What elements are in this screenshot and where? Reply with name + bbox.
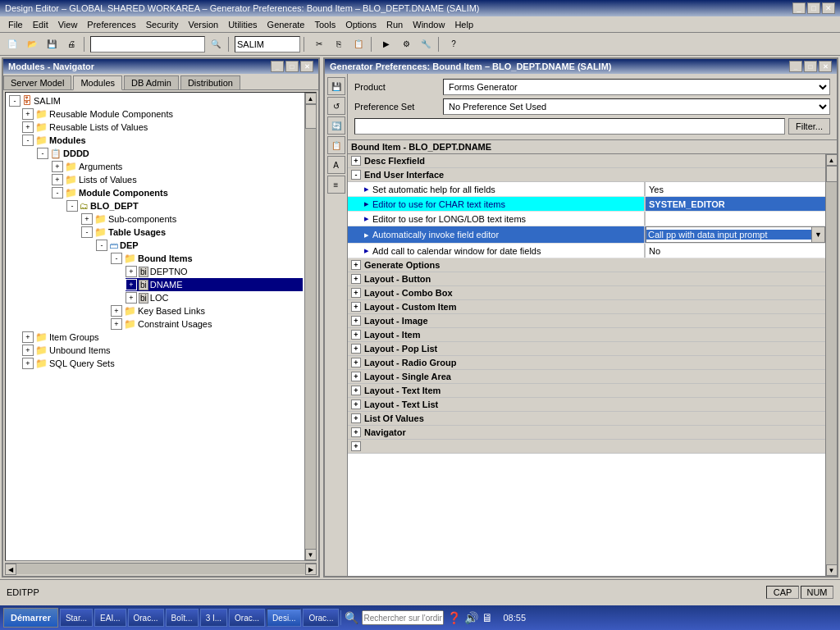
dep-expander[interactable]: - xyxy=(96,240,107,251)
section-expander[interactable]: + xyxy=(351,316,361,326)
side-btn-3[interactable]: 🔄 xyxy=(327,116,345,135)
side-btn-1[interactable]: 💾 xyxy=(327,77,345,95)
scrollbar-thumb[interactable] xyxy=(305,104,317,129)
tree-h-scrollbar[interactable]: ◀ ▶ xyxy=(5,563,317,574)
list-item[interactable]: + 📁 Lists of Values xyxy=(52,173,303,186)
menu-preferences[interactable]: Preferences xyxy=(82,18,140,31)
pref-value[interactable]: Yes xyxy=(645,182,825,196)
menu-security[interactable]: Security xyxy=(141,18,184,31)
side-btn-4[interactable]: 📋 xyxy=(327,136,345,154)
search-button[interactable]: 🔍 xyxy=(207,35,225,53)
section-expander[interactable]: + xyxy=(351,288,361,298)
list-item[interactable]: - 📁 Bound Items xyxy=(111,252,303,265)
menu-tools[interactable]: Tools xyxy=(309,18,340,31)
section-expander[interactable]: + xyxy=(351,413,361,423)
section-expander[interactable]: + xyxy=(351,274,361,284)
list-item[interactable]: - 🗂 BLO_DEPT xyxy=(66,199,303,212)
section-expander[interactable]: + xyxy=(351,302,361,312)
list-item[interactable]: - 🗃 DEP xyxy=(96,239,303,252)
cut-button[interactable]: ✂ xyxy=(310,35,328,53)
help-button[interactable]: ? xyxy=(445,35,463,53)
run-button[interactable]: ▶ xyxy=(377,35,395,53)
root-expander[interactable]: - xyxy=(9,95,21,107)
left-panel-minimize[interactable]: _ xyxy=(271,61,284,72)
section-expander[interactable]: + xyxy=(351,441,361,451)
list-item[interactable]: + 📁 Key Based Links xyxy=(111,304,303,317)
dname-expander[interactable]: + xyxy=(126,279,137,290)
menu-edit[interactable]: Edit xyxy=(28,18,53,31)
rlov-expander[interactable]: + xyxy=(22,121,34,133)
right-panel-close[interactable]: ✕ xyxy=(819,61,832,72)
generate-button[interactable]: 🔧 xyxy=(417,35,435,53)
list-item[interactable]: + 📁 Sub-components xyxy=(81,212,303,226)
section-expander[interactable]: + xyxy=(351,156,361,166)
menu-help[interactable]: Help xyxy=(450,18,478,31)
username-input[interactable] xyxy=(235,36,300,52)
left-panel-close[interactable]: ✕ xyxy=(300,61,313,72)
tu-expander[interactable]: - xyxy=(81,226,93,238)
right-panel-minimize[interactable]: _ xyxy=(789,61,802,72)
modules-expander[interactable]: - xyxy=(22,135,34,146)
scrollbar-up[interactable]: ▲ xyxy=(305,93,317,104)
side-btn-6[interactable]: ≡ xyxy=(327,176,345,194)
rmc-expander[interactable]: + xyxy=(22,108,34,120)
product-select[interactable]: Forms Generator xyxy=(443,79,830,95)
deptno-expander[interactable]: + xyxy=(126,266,137,277)
toolbar-search-input[interactable] xyxy=(90,36,205,52)
section-expander[interactable]: + xyxy=(351,358,361,368)
list-item[interactable]: + bi DNAME xyxy=(126,278,303,291)
menu-window[interactable]: Window xyxy=(408,18,450,31)
menu-options[interactable]: Options xyxy=(340,18,381,31)
menu-generate[interactable]: Generate xyxy=(262,18,310,31)
section-expander[interactable]: + xyxy=(351,399,361,409)
scrollbar-right[interactable]: ▶ xyxy=(305,564,317,575)
tab-db-admin[interactable]: DB Admin xyxy=(124,75,179,89)
prefs-scroll-down[interactable]: ▼ xyxy=(826,564,838,576)
list-item[interactable]: + bi DEPTNO xyxy=(126,265,303,278)
list-item[interactable]: + 📁 Constraint Usages xyxy=(111,317,303,331)
minimize-button[interactable]: _ xyxy=(792,2,806,14)
new-button[interactable]: 📄 xyxy=(3,35,21,53)
pref-value[interactable] xyxy=(645,212,825,226)
tree-scrollbar[interactable]: ▲ ▼ xyxy=(304,93,316,560)
tab-modules[interactable]: Modules xyxy=(73,75,122,90)
close-button[interactable]: ✕ xyxy=(822,2,835,14)
pref-value[interactable]: No xyxy=(645,244,825,258)
sub-expander[interactable]: + xyxy=(81,213,93,225)
pref-value[interactable]: SYSTEM_EDITOR xyxy=(645,197,825,211)
list-item[interactable]: + 📁 Arguments xyxy=(52,160,303,173)
save-button[interactable]: 💾 xyxy=(43,35,61,53)
list-item[interactable]: - 📋 DDDD xyxy=(37,147,303,160)
tab-server-model[interactable]: Server Model xyxy=(3,75,71,89)
scrollbar-down[interactable]: ▼ xyxy=(305,549,317,560)
paste-button[interactable]: 📋 xyxy=(349,35,368,53)
args-expander[interactable]: + xyxy=(52,161,63,172)
dddd-expander[interactable]: - xyxy=(37,148,48,159)
menu-utilities[interactable]: Utilities xyxy=(223,18,262,31)
loc-expander[interactable]: + xyxy=(126,292,137,304)
print-button[interactable]: 🖨 xyxy=(62,35,80,53)
preference-set-select[interactable]: No Preference Set Used xyxy=(443,98,830,115)
filter-button[interactable]: Filter... xyxy=(788,118,830,135)
side-btn-5[interactable]: A xyxy=(327,156,345,174)
compile-button[interactable]: ⚙ xyxy=(397,35,415,53)
right-panel-maximize[interactable]: □ xyxy=(804,61,817,72)
prefs-scroll-thumb[interactable] xyxy=(826,166,838,182)
open-button[interactable]: 📂 xyxy=(23,35,41,53)
mc-expander[interactable]: - xyxy=(52,187,63,199)
bi-expander[interactable]: - xyxy=(111,253,122,264)
left-panel-maximize[interactable]: □ xyxy=(285,61,299,72)
section-expander[interactable]: + xyxy=(351,330,361,340)
cu-expander[interactable]: + xyxy=(111,318,122,330)
pref-row[interactable]: ▸ Automatically invoke field editor Call… xyxy=(348,226,825,244)
menu-file[interactable]: File xyxy=(3,18,28,31)
section-expander[interactable]: + xyxy=(351,386,361,395)
list-item[interactable]: - 📁 Modules xyxy=(22,134,303,147)
section-expander[interactable]: - xyxy=(351,170,361,180)
maximize-button[interactable]: □ xyxy=(807,2,820,14)
ig-expander[interactable]: + xyxy=(22,331,34,343)
side-btn-2[interactable]: ↺ xyxy=(327,97,345,115)
list-item[interactable]: + 📁 Item Groups xyxy=(22,331,303,344)
prefs-scrollbar[interactable]: ▲ ▼ xyxy=(825,154,837,576)
kbl-expander[interactable]: + xyxy=(111,305,122,317)
